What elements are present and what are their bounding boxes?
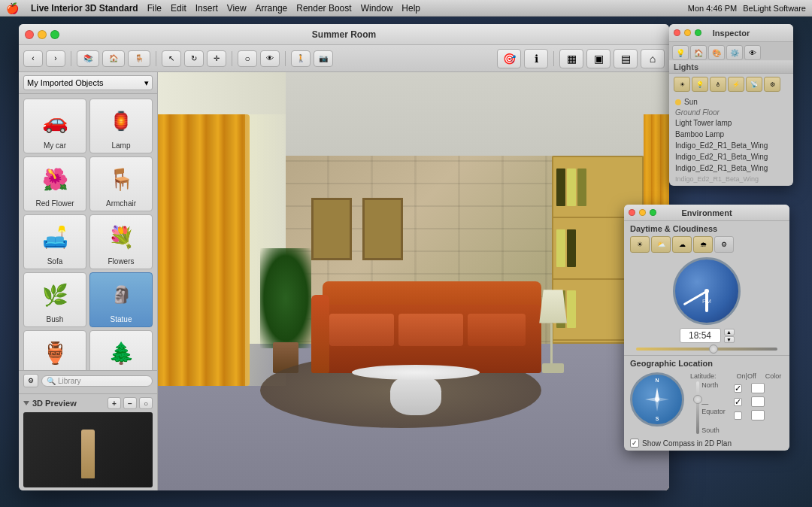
weather-sunny[interactable]: ☀ xyxy=(630,236,650,253)
object-great-tree[interactable]: 🌲 Great Tree xyxy=(89,330,153,370)
weather-partly-cloudy[interactable]: ⛅ xyxy=(651,236,671,253)
cloudiness-thumb[interactable] xyxy=(709,345,718,354)
library-button[interactable]: 📚 xyxy=(77,50,99,67)
tab-floor[interactable]: 🏠 xyxy=(690,45,707,60)
object-bush[interactable]: 🌿 Bush xyxy=(23,272,86,327)
env-max-button[interactable] xyxy=(650,209,656,216)
view2d-button[interactable]: ▦ xyxy=(559,49,583,68)
env-close-button[interactable] xyxy=(629,209,635,216)
floor-plan-button[interactable]: 🏠 xyxy=(102,50,125,67)
env-min-button[interactable] xyxy=(639,209,646,216)
menu-arrange[interactable]: Arrange xyxy=(256,3,288,14)
lat-thumb[interactable] xyxy=(693,395,702,404)
reset-view-button[interactable]: ○ xyxy=(139,397,153,409)
zoom-in-button[interactable]: + xyxy=(108,397,121,409)
menu-render-boost[interactable]: Render Boost xyxy=(296,3,351,14)
light-item-bamboo[interactable]: Bamboo Lamp xyxy=(669,129,793,140)
object-my-car-icon: 🚗 xyxy=(34,102,76,140)
sun-tool[interactable]: ☀ xyxy=(674,77,690,92)
latitude-control: Latitude: North — Equator South xyxy=(690,372,728,433)
menu-help[interactable]: Help xyxy=(401,3,420,14)
object-flowers[interactable]: 💐 Flowers xyxy=(89,214,153,269)
light-color-3[interactable] xyxy=(751,410,765,420)
env-traffic-lights xyxy=(629,209,656,216)
lamp-tool-3[interactable]: ⚡ xyxy=(728,77,744,92)
home-button[interactable]: ⌂ xyxy=(641,49,665,68)
light-color-2[interactable] xyxy=(751,396,765,407)
latitude-slider[interactable] xyxy=(690,381,698,434)
daytime-settings[interactable]: ⚙ xyxy=(714,236,734,253)
view3d-button[interactable]: ▣ xyxy=(586,49,611,68)
shelf-item xyxy=(567,290,576,328)
light-onoff-2[interactable]: ✓ xyxy=(734,398,742,406)
back-button[interactable]: ‹ xyxy=(23,50,43,67)
apple-menu[interactable]: 🍎 xyxy=(6,2,19,14)
cursor-tool[interactable]: ↖ xyxy=(162,50,181,67)
light-item-indigo-1[interactable]: Indigo_Ed2_R1_Beta_Wing xyxy=(669,140,793,151)
app-name[interactable]: Live Interior 3D Standard xyxy=(31,3,138,14)
cloudiness-slider[interactable] xyxy=(636,348,777,351)
rotate-tool[interactable]: ↻ xyxy=(184,50,204,67)
sidebar-tools: ⚙ 🔍 Library xyxy=(23,374,153,387)
clock-center xyxy=(704,289,709,293)
object-sofa[interactable]: 🛋️ Sofa xyxy=(23,214,86,269)
minimize-button[interactable] xyxy=(38,30,47,39)
object-flowers-icon: 💐 xyxy=(100,218,142,256)
split-button[interactable]: ▤ xyxy=(614,49,638,68)
light-item-tower[interactable]: Light Tower lamp xyxy=(669,117,793,129)
eye-tool[interactable]: 👁 xyxy=(260,50,280,67)
time-increment-button[interactable]: ▲ xyxy=(724,329,735,335)
weather-rainy[interactable]: 🌧 xyxy=(693,236,713,253)
light-item-indigo-2[interactable]: Indigo_Ed2_R1_Beta_Wing xyxy=(669,151,793,162)
light-item-sun[interactable]: Sun xyxy=(669,96,793,108)
menu-view[interactable]: View xyxy=(227,3,247,14)
light-color-1[interactable] xyxy=(751,383,765,393)
tab-lights[interactable]: 💡 xyxy=(672,45,689,60)
settings-tool[interactable]: ⚙ xyxy=(23,374,38,387)
furniture-button[interactable]: 🪑 xyxy=(128,50,150,67)
lights-settings-btn[interactable]: ⚙ xyxy=(764,77,780,92)
person-tool[interactable]: 🚶 xyxy=(291,50,311,67)
compass-checkbox[interactable]: ✓ xyxy=(630,439,639,448)
menu-file[interactable]: File xyxy=(147,3,162,14)
inspector-min-button[interactable] xyxy=(684,29,691,36)
menu-edit[interactable]: Edit xyxy=(171,3,186,14)
menu-insert[interactable]: Insert xyxy=(195,3,218,14)
camera-tool[interactable]: 📷 xyxy=(314,50,333,67)
maximize-button[interactable] xyxy=(50,30,59,39)
time-decrement-button[interactable]: ▼ xyxy=(724,336,735,343)
inspector-close-button[interactable] xyxy=(674,29,680,36)
circle-tool[interactable]: ○ xyxy=(238,50,257,67)
object-bush-icon: 🌿 xyxy=(34,276,76,314)
zoom-out-button[interactable]: − xyxy=(123,397,137,409)
tab-materials[interactable]: 🎨 xyxy=(708,45,725,60)
light-onoff-3[interactable] xyxy=(734,411,742,420)
render-button[interactable]: 🎯 xyxy=(497,49,521,68)
lamp-tool-2[interactable]: 🕯 xyxy=(710,77,726,92)
object-red-flower[interactable]: 🌺 Red Flower xyxy=(23,156,86,211)
category-dropdown[interactable]: My Imported Objects ▾ xyxy=(23,75,153,90)
library-search[interactable]: 🔍 Library xyxy=(41,375,153,387)
light-item-indigo-4[interactable]: Indigo_Ed2_R1_Beta_Wing xyxy=(669,174,793,184)
inspector-max-button[interactable] xyxy=(695,29,701,36)
menu-window[interactable]: Window xyxy=(361,3,393,14)
tab-settings[interactable]: ⚙️ xyxy=(726,45,743,60)
search-label: Library xyxy=(58,377,81,385)
main-3d-view[interactable] xyxy=(158,72,669,490)
info-button[interactable]: ℹ xyxy=(524,49,548,68)
light-item-indigo-3[interactable]: Indigo_Ed2_R1_Beta_Wing xyxy=(669,162,793,174)
move-tool[interactable]: ✛ xyxy=(207,50,226,67)
lamp-tool-1[interactable]: 💡 xyxy=(692,77,708,92)
object-lamp[interactable]: 🏮 Lamp xyxy=(89,99,153,153)
lamp-tool-4[interactable]: 📡 xyxy=(746,77,762,92)
light-onoff-1[interactable]: ✓ xyxy=(734,384,742,393)
object-armchair[interactable]: 🪑 Armchair xyxy=(89,156,153,211)
tab-view[interactable]: 👁 xyxy=(744,45,761,60)
object-statue[interactable]: 🗿 Statue xyxy=(89,272,153,327)
object-vase[interactable]: 🏺 Vase xyxy=(23,330,86,370)
object-my-car[interactable]: 🚗 My car xyxy=(23,99,86,153)
time-input-field[interactable]: 18:54 xyxy=(680,328,721,343)
weather-cloudy[interactable]: ☁ xyxy=(672,236,692,253)
forward-button[interactable]: › xyxy=(46,50,65,67)
close-button[interactable] xyxy=(25,30,34,39)
